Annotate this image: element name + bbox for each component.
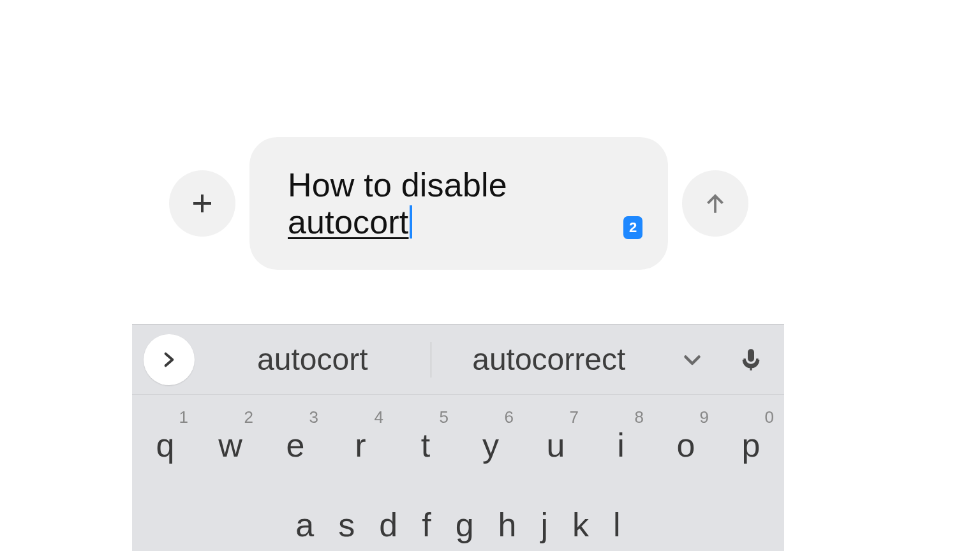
message-text-plain: How to disable (288, 166, 507, 203)
microphone-icon (738, 347, 764, 372)
text-cursor (410, 205, 412, 239)
key-h[interactable]: h (498, 506, 517, 544)
plus-icon (187, 188, 218, 219)
chevron-right-icon (159, 349, 179, 370)
arrow-up-icon (701, 189, 729, 217)
key-l[interactable]: l (613, 506, 621, 544)
suggestion-more-button[interactable] (667, 334, 718, 385)
key-s[interactable]: s (338, 506, 355, 544)
key-j[interactable]: j (541, 506, 549, 544)
key-u[interactable]: 7u (524, 404, 588, 487)
key-p[interactable]: 0p (719, 404, 783, 487)
chevron-down-icon (681, 348, 704, 371)
key-r[interactable]: 4r (329, 404, 392, 487)
keyboard-row-1: 1q 2w 3e 4r 5t 6y 7u 8i 9o 0p (132, 395, 784, 487)
suggestion-2[interactable]: autocorrect (431, 342, 667, 377)
suggestion-bar: autocort autocorrect (132, 325, 784, 395)
message-input[interactable]: How to disable autocort 2 (249, 137, 668, 270)
add-attachment-button[interactable] (169, 170, 235, 237)
key-a[interactable]: a (295, 506, 314, 544)
key-y[interactable]: 6y (459, 404, 523, 487)
compose-row: How to disable autocort 2 (169, 137, 748, 270)
message-text-underlined: autocort (288, 203, 409, 240)
suggestion-1[interactable]: autocort (195, 342, 431, 377)
key-i[interactable]: 8i (589, 404, 653, 487)
key-g[interactable]: g (456, 506, 474, 544)
key-e[interactable]: 3e (264, 404, 327, 487)
message-text: How to disable autocort (288, 166, 611, 240)
keyboard: autocort autocorrect 1q 2w 3e 4r 5t 6y 7… (132, 324, 784, 551)
key-d[interactable]: d (379, 506, 397, 544)
key-t[interactable]: 5t (394, 404, 457, 487)
key-w[interactable]: 2w (198, 404, 262, 487)
send-button[interactable] (682, 170, 748, 237)
key-k[interactable]: k (572, 506, 589, 544)
sim-badge[interactable]: 2 (623, 216, 642, 239)
voice-input-button[interactable] (725, 334, 776, 385)
expand-toolbar-button[interactable] (144, 334, 195, 385)
keyboard-row-2: a s d f g h j k l (132, 487, 784, 544)
key-f[interactable]: f (422, 506, 431, 544)
key-q[interactable]: 1q (133, 404, 197, 487)
key-o[interactable]: 9o (654, 404, 718, 487)
